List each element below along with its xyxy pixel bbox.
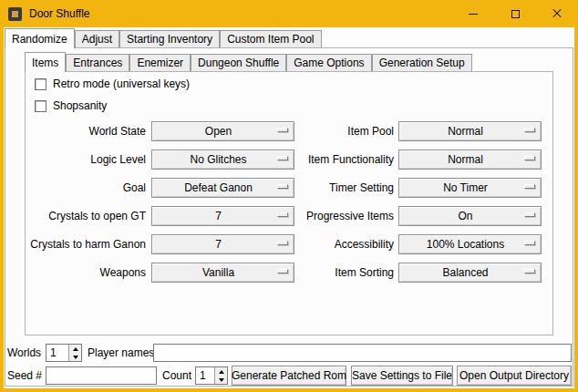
checkbox-box-icon — [35, 100, 46, 112]
tab-adjust[interactable]: Adjust — [75, 30, 119, 47]
window-title: Door Shuffle — [29, 7, 90, 20]
item-sorting-label: Item Sorting — [277, 266, 394, 279]
primary-tab-bar: Randomize Adjust Starting Inventory Cust… — [5, 28, 322, 48]
worlds-label: Worlds — [7, 346, 41, 359]
count-label: Count — [162, 369, 191, 382]
dropdown-indicator-icon — [524, 212, 535, 217]
item-sorting-dropdown[interactable]: Balanced — [398, 263, 542, 283]
tab-entrances[interactable]: Entrances — [66, 54, 129, 71]
progressive-items-label: Progressive Items — [277, 210, 394, 222]
crystals-open-gt-dropdown[interactable]: 7 — [151, 206, 294, 226]
close-button[interactable] — [536, 0, 578, 27]
maximize-button[interactable] — [494, 0, 536, 27]
window-content: Randomize Adjust Starting Inventory Cust… — [4, 27, 574, 388]
tab-enemizer[interactable]: Enemizer — [129, 54, 191, 71]
tab-dungeon-shuffle[interactable]: Dungeon Shuffle — [191, 54, 286, 71]
item-functionality-dropdown[interactable]: Normal — [398, 150, 542, 170]
player-names-input[interactable] — [153, 344, 572, 362]
dropdown-indicator-icon — [524, 156, 535, 160]
item-pool-label: Item Pool — [277, 125, 394, 138]
retro-mode-checkbox[interactable]: Retro mode (universal keys) — [35, 77, 190, 90]
logic-level-dropdown[interactable]: No Glitches — [151, 150, 294, 170]
logic-level-label: Logic Level — [22, 153, 146, 166]
spin-up-icon — [219, 370, 224, 374]
item-functionality-label: Item Functionality — [277, 153, 394, 166]
goal-label: Goal — [22, 181, 146, 194]
progressive-items-dropdown[interactable]: On — [398, 206, 542, 226]
spin-up-icon — [73, 347, 78, 351]
minimize-button[interactable] — [452, 0, 494, 27]
world-state-label: World State — [22, 125, 146, 138]
window: Door Shuffle Randomize Adjust Starting I… — [0, 0, 578, 392]
count-spinbox[interactable]: 1 — [195, 366, 228, 385]
dropdown-indicator-icon — [524, 184, 535, 189]
app-icon — [8, 7, 22, 21]
window-controls — [452, 0, 578, 27]
tab-generation-setup[interactable]: Generation Setup — [372, 54, 472, 71]
tab-game-options[interactable]: Game Options — [286, 54, 371, 71]
shopsanity-label: Shopsanity — [53, 99, 107, 112]
close-icon — [552, 8, 563, 19]
generate-patched-rom-button[interactable]: Generate Patched Rom — [232, 366, 346, 386]
crystals-open-gt-label: Crystals to open GT — [22, 210, 146, 222]
maximize-icon — [511, 10, 520, 18]
count-spin-down-button[interactable] — [215, 376, 227, 384]
item-pool-dropdown[interactable]: Normal — [398, 121, 542, 141]
weapons-label: Weapons — [22, 266, 146, 279]
save-settings-button[interactable]: Save Settings to File — [351, 366, 453, 386]
player-names-label: Player names — [88, 346, 154, 359]
titlebar[interactable]: Door Shuffle — [0, 0, 578, 27]
dropdown-indicator-icon — [524, 269, 535, 273]
worlds-spinbox[interactable]: 1 — [46, 344, 82, 362]
weapons-dropdown[interactable]: Vanilla — [151, 263, 294, 283]
shopsanity-checkbox[interactable]: Shopsanity — [35, 99, 107, 112]
world-state-dropdown[interactable]: Open — [151, 121, 294, 141]
worlds-spin-up-button[interactable] — [69, 345, 81, 353]
tab-randomize[interactable]: Randomize — [5, 28, 75, 48]
crystals-harm-ganon-dropdown[interactable]: 7 — [151, 234, 294, 254]
tab-custom-item-pool[interactable]: Custom Item Pool — [220, 30, 321, 47]
count-spin-up-button[interactable] — [215, 367, 227, 376]
seed-input[interactable] — [46, 366, 157, 385]
tab-starting-inventory[interactable]: Starting Inventory — [119, 30, 220, 47]
minimize-icon — [469, 14, 478, 15]
timer-setting-label: Timer Setting — [277, 181, 394, 194]
checkbox-box-icon — [35, 78, 46, 90]
dropdown-indicator-icon — [524, 128, 535, 132]
secondary-tab-bar: Items Entrances Enemizer Dungeon Shuffle… — [25, 52, 472, 72]
goal-dropdown[interactable]: Defeat Ganon — [151, 178, 294, 198]
worlds-spin-down-button[interactable] — [69, 353, 81, 361]
spin-down-icon — [219, 378, 224, 382]
dropdown-indicator-icon — [524, 241, 535, 245]
accessibility-dropdown[interactable]: 100% Locations — [398, 234, 542, 254]
tab-items[interactable]: Items — [25, 52, 66, 72]
open-output-directory-button[interactable]: Open Output Directory — [457, 366, 572, 386]
seed-label: Seed # — [7, 369, 42, 382]
retro-mode-label: Retro mode (universal keys) — [53, 77, 190, 90]
accessibility-label: Accessibility — [277, 238, 394, 251]
crystals-harm-ganon-label: Crystals to harm Ganon — [22, 238, 146, 251]
spin-down-icon — [73, 356, 78, 359]
timer-setting-dropdown[interactable]: No Timer — [398, 178, 542, 198]
